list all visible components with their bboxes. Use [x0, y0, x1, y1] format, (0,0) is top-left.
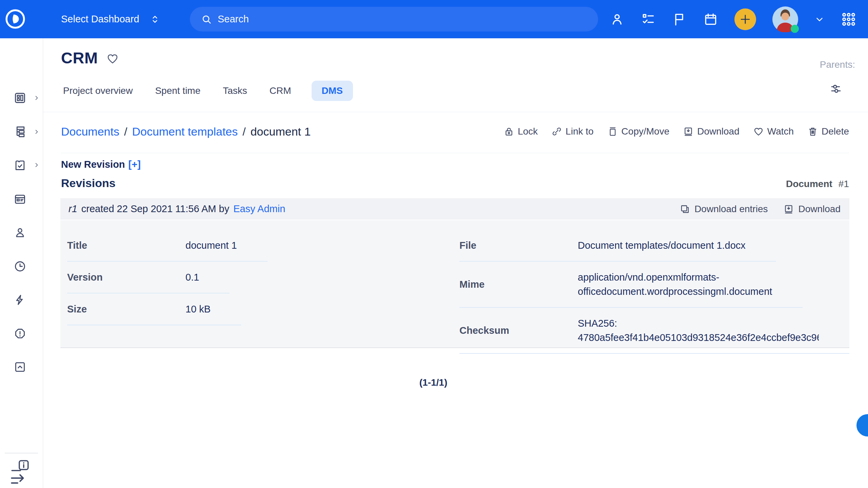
magnifier-icon: [201, 14, 212, 25]
dashboard-icon: [14, 92, 26, 104]
user-icon: [14, 226, 26, 239]
revision-details: Title document 1 Version 0.1 Size 10 kB …: [60, 220, 849, 348]
copy-icon: [607, 126, 618, 137]
revision-name: r1: [68, 203, 77, 215]
new-revision-add[interactable]: [+]: [129, 159, 141, 170]
lightning-icon: [14, 293, 26, 306]
revision-meta: r1 created 22 Sep 2021 11:56 AM by Easy …: [68, 203, 285, 215]
tab-project-overview[interactable]: Project overview: [61, 81, 135, 101]
revision-download-label: Download: [798, 204, 841, 215]
revision-panel: r1 created 22 Sep 2021 11:56 AM by Easy …: [60, 198, 849, 348]
select-dashboard-button[interactable]: Select Dashboard: [61, 0, 160, 38]
sidebar-item-dashboards[interactable]: [0, 85, 43, 111]
download-entries-button[interactable]: Download entries: [679, 204, 768, 215]
checklist-icon[interactable]: [641, 12, 656, 27]
parents-label: Parents:: [820, 59, 855, 70]
link-to-button[interactable]: Link to: [551, 126, 594, 137]
lock-icon: [504, 126, 514, 137]
watch-button[interactable]: Watch: [753, 126, 794, 137]
search-bar[interactable]: [190, 7, 598, 32]
checksum-label: Checksum: [459, 325, 578, 336]
sidebar-info-button[interactable]: [10, 457, 30, 473]
search-input[interactable]: [218, 14, 557, 25]
title-label: Title: [67, 240, 185, 251]
topbar-right-cluster: [610, 0, 868, 38]
new-revision-link[interactable]: New Revision[+]: [61, 159, 141, 170]
watch-label: Watch: [767, 126, 794, 137]
download-button[interactable]: Download: [683, 126, 739, 137]
clock-icon: [14, 260, 26, 273]
link-to-label: Link to: [566, 126, 594, 137]
breadcrumb-separator: /: [124, 125, 127, 138]
sidebar-item-projects[interactable]: [0, 119, 43, 145]
breadcrumb-link-documents[interactable]: Documents: [61, 125, 119, 138]
document-number: #1: [839, 179, 849, 189]
user-icon[interactable]: [610, 12, 625, 27]
sidebar-item-users[interactable]: [0, 220, 43, 245]
download-label: Download: [697, 126, 739, 137]
sidebar: [0, 38, 43, 488]
sidebar-item-quick-actions[interactable]: [0, 287, 43, 313]
link-icon: [551, 126, 562, 137]
tab-dms[interactable]: DMS: [312, 81, 353, 101]
document-type-label: Document: [786, 179, 832, 189]
project-tree-icon: [14, 125, 26, 138]
mime-value-line2: officedocument.wordprocessingml.document: [578, 284, 772, 299]
new-revision-label: New Revision: [61, 159, 125, 170]
select-dashboard-label: Select Dashboard: [61, 14, 139, 25]
trash-icon: [807, 126, 818, 137]
lock-button[interactable]: Lock: [504, 126, 538, 137]
chevron-down-icon[interactable]: [814, 14, 825, 24]
sidebar-item-updates[interactable]: [0, 354, 43, 380]
title-value: document 1: [185, 238, 237, 252]
flag-icon[interactable]: [672, 12, 687, 27]
detail-row-title: Title document 1: [67, 230, 268, 262]
add-new-button[interactable]: [734, 8, 756, 30]
breadcrumb-link-document-templates[interactable]: Document templates: [132, 125, 238, 138]
mime-label: Mime: [459, 279, 578, 290]
detail-row-file: File Document templates/document 1.docx: [459, 230, 776, 262]
sidebar-item-tasks[interactable]: [0, 152, 43, 178]
download-icon: [683, 126, 694, 137]
download-entries-icon: [679, 204, 690, 215]
download-entries-label: Download entries: [694, 204, 768, 215]
app-logo[interactable]: [5, 8, 26, 29]
tab-crm[interactable]: CRM: [268, 81, 293, 101]
revision-download-button[interactable]: Download: [783, 204, 841, 215]
chevron-right-icon[interactable]: [33, 128, 40, 135]
chevron-right-icon[interactable]: [33, 95, 40, 101]
tab-tasks[interactable]: Tasks: [221, 81, 249, 101]
details-right-column: File Document templates/document 1.docx …: [459, 230, 849, 354]
breadcrumb-current: document 1: [251, 125, 311, 138]
chevron-right-icon[interactable]: [33, 162, 40, 168]
sidebar-footer-divider: [5, 453, 38, 453]
copy-move-button[interactable]: Copy/Move: [607, 126, 670, 137]
revision-created-text: created 22 Sep 2021 11:56 AM by: [81, 203, 229, 215]
sidebar-item-time[interactable]: [0, 253, 43, 279]
version-label: Version: [67, 272, 185, 283]
sidebar-item-alerts[interactable]: [0, 321, 43, 347]
favorite-heart-icon[interactable]: [106, 52, 119, 65]
file-value: Document templates/document 1.docx: [578, 238, 746, 252]
calendar-icon[interactable]: [703, 12, 718, 27]
project-tabs: Project overview Spent time Tasks CRM DM…: [61, 80, 353, 102]
document-reference: Document #1: [786, 179, 849, 189]
sliders-icon[interactable]: [829, 82, 844, 96]
size-label: Size: [67, 304, 185, 315]
sidebar-item-pages[interactable]: [0, 186, 43, 212]
section-divider: [61, 153, 849, 153]
tasks-clipboard-icon: [14, 159, 26, 171]
sidebar-logout-button[interactable]: [9, 472, 28, 488]
revision-author-link[interactable]: Easy Admin: [233, 203, 285, 215]
alert-octagon-icon: [14, 327, 26, 340]
download-icon: [783, 204, 794, 215]
breadcrumb: Documents / Document templates / documen…: [61, 125, 311, 138]
lock-label: Lock: [518, 126, 538, 137]
pagination: (1-1/1): [60, 377, 806, 388]
detail-row-checksum: Checksum SHA256: 4780a5fee3f41b4e05103d9…: [459, 308, 849, 354]
tab-spent-time[interactable]: Spent time: [153, 81, 202, 101]
user-avatar[interactable]: [772, 6, 798, 32]
easy-software-logo-icon: [5, 8, 26, 29]
delete-button[interactable]: Delete: [807, 126, 849, 137]
apps-grid-icon[interactable]: [841, 12, 856, 27]
